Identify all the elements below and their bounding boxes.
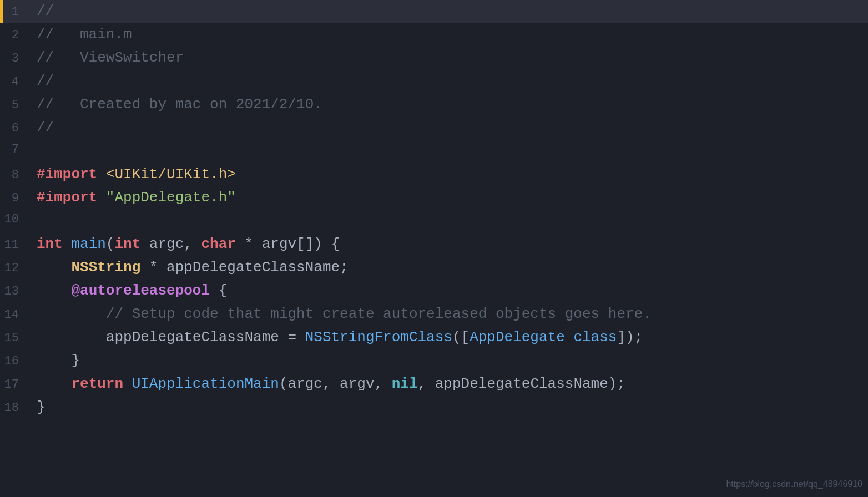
code-line: 10 [0, 210, 868, 233]
line-number: 10 [3, 210, 26, 229]
code-line: 5// Created by mac on 2021/2/10. [0, 93, 868, 116]
line-content: @autoreleasepool { [26, 280, 868, 303]
line-content: // Created by mac on 2021/2/10. [26, 93, 868, 116]
line-number: 8 [3, 165, 26, 185]
code-line: 1// [0, 0, 868, 23]
code-line: 11int main(int argc, char * argv[]) { [0, 233, 868, 256]
code-line: 15 appDelegateClassName = NSStringFromCl… [0, 326, 868, 349]
line-number: 13 [3, 282, 26, 301]
line-content: // [26, 70, 868, 93]
code-line: 4// [0, 70, 868, 93]
line-content: return UIApplicationMain(argc, argv, nil… [26, 373, 868, 396]
line-number: 14 [3, 305, 26, 324]
line-number: 3 [3, 49, 26, 68]
code-line: 2// main.m [0, 23, 868, 47]
line-content: // Setup code that might create autorele… [26, 303, 868, 326]
line-number: 18 [3, 398, 26, 418]
code-line: 6// [0, 116, 868, 140]
line-number: 7 [3, 140, 26, 159]
code-line: 18} [0, 396, 868, 419]
line-content: #import "AppDelegate.h" [26, 186, 868, 210]
line-content: } [26, 396, 868, 419]
line-content: // main.m [26, 23, 868, 47]
line-content: // ViewSwitcher [26, 47, 868, 70]
line-number: 2 [3, 26, 26, 45]
line-number: 11 [3, 235, 26, 255]
watermark: https://blog.csdn.net/qq_48946910 [726, 477, 862, 491]
line-number: 17 [3, 375, 26, 394]
line-number: 4 [3, 72, 26, 92]
line-number: 9 [3, 189, 26, 208]
code-area: 1//2// main.m3// ViewSwitcher4//5// Crea… [0, 0, 868, 497]
line-number: 5 [3, 95, 26, 115]
code-line: 17 return UIApplicationMain(argc, argv, … [0, 373, 868, 396]
line-number: 6 [3, 119, 26, 138]
line-content: appDelegateClassName = NSStringFromClass… [26, 326, 868, 349]
code-line: 13 @autoreleasepool { [0, 280, 868, 303]
line-number: 12 [3, 258, 26, 278]
line-content: } [26, 349, 868, 373]
code-line: 9#import "AppDelegate.h" [0, 186, 868, 210]
code-line: 16 } [0, 349, 868, 373]
code-line: 14 // Setup code that might create autor… [0, 303, 868, 326]
code-line: 7 [0, 140, 868, 163]
line-content: NSString * appDelegateClassName; [26, 256, 868, 280]
line-number: 15 [3, 328, 26, 348]
line-number: 1 [3, 2, 26, 22]
code-line: 3// ViewSwitcher [0, 47, 868, 70]
line-content: #import <UIKit/UIKit.h> [26, 163, 868, 186]
line-content: // [26, 116, 868, 140]
code-line: 8#import <UIKit/UIKit.h> [0, 163, 868, 186]
code-line: 12 NSString * appDelegateClassName; [0, 256, 868, 280]
line-number: 16 [3, 352, 26, 371]
line-content: int main(int argc, char * argv[]) { [26, 233, 868, 256]
code-editor: 1//2// main.m3// ViewSwitcher4//5// Crea… [0, 0, 868, 497]
line-content: // [26, 0, 868, 23]
